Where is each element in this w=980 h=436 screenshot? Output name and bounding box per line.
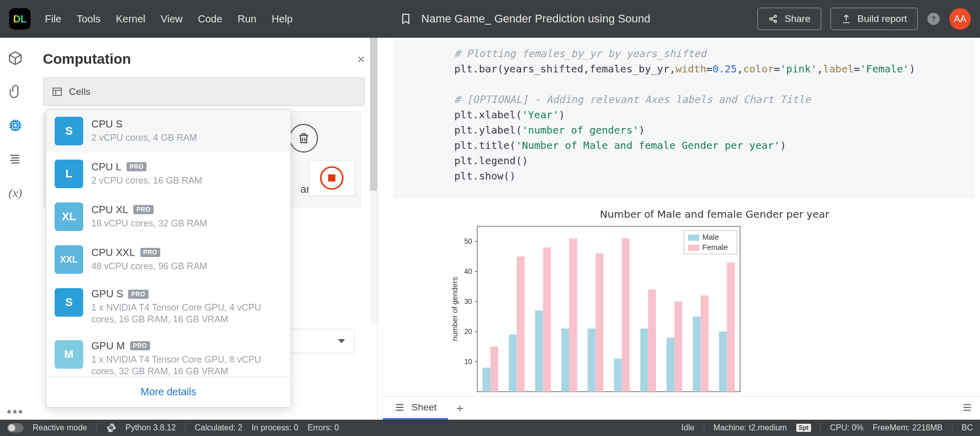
- svg-rect-43: [688, 245, 699, 251]
- machine-tile: M: [55, 340, 83, 369]
- menu-code[interactable]: Code: [198, 13, 223, 25]
- svg-rect-24: [587, 328, 595, 392]
- chart-title: Number of Male and female Gender per yea…: [449, 208, 980, 220]
- reactive-label: Reactive mode: [33, 423, 87, 432]
- machine-desc: 16 vCPU cores, 32 GB RAM: [91, 218, 207, 229]
- svg-rect-6: [13, 123, 17, 127]
- status-idle: Idle: [681, 423, 695, 432]
- status-errors: Errors: 0: [307, 423, 338, 432]
- svg-point-2: [774, 20, 776, 22]
- status-machine[interactable]: Machine: t2.medium: [714, 423, 787, 432]
- cube-icon[interactable]: [7, 50, 23, 66]
- compute-icon[interactable]: [7, 117, 23, 134]
- svg-text:10: 10: [464, 357, 472, 366]
- svg-rect-22: [535, 311, 543, 392]
- code-cell[interactable]: # Plotting females_by_yr by years_shifte…: [393, 38, 975, 198]
- menu-help[interactable]: Help: [272, 13, 292, 25]
- status-spt: Spt: [796, 424, 811, 432]
- menu-tools[interactable]: Tools: [77, 13, 101, 25]
- sheet-tabs: Sheet +: [383, 396, 980, 420]
- add-tab-button[interactable]: +: [448, 397, 472, 420]
- svg-rect-36: [648, 290, 656, 392]
- cells-header[interactable]: Cells: [43, 78, 365, 106]
- machine-tile: XL: [55, 202, 83, 231]
- svg-rect-41: [688, 235, 699, 241]
- svg-rect-33: [569, 239, 577, 392]
- more-details-link[interactable]: More details: [46, 376, 290, 407]
- share-icon: [768, 14, 778, 24]
- svg-rect-31: [517, 257, 524, 392]
- svg-text:Female: Female: [702, 243, 728, 251]
- menu-run[interactable]: Run: [238, 13, 257, 25]
- variables-icon[interactable]: (x): [7, 185, 23, 201]
- help-icon[interactable]: ?: [927, 12, 940, 25]
- status-cpu: CPU: 0%: [830, 423, 864, 432]
- share-button[interactable]: Share: [757, 8, 821, 30]
- svg-text:40: 40: [464, 267, 472, 275]
- python-version[interactable]: Python 3.8.12: [126, 423, 176, 432]
- svg-rect-25: [614, 358, 622, 392]
- build-label: Build report: [857, 13, 907, 24]
- stop-card[interactable]: [309, 160, 355, 196]
- machine-option[interactable]: SGPU S PRO1 x NVIDIA T4 Tensor Core GPU,…: [46, 281, 290, 333]
- machine-option[interactable]: SCPU S2 vCPU cores, 4 GB RAM: [46, 110, 290, 152]
- status-mem: FreeMem: 2218MB: [873, 423, 943, 432]
- svg-rect-23: [561, 328, 569, 392]
- chart-svg: 1020304050number of gendersMaleFemale: [449, 223, 745, 397]
- trash-button[interactable]: [289, 124, 318, 152]
- svg-rect-5: [12, 122, 19, 130]
- machine-tile: XXL: [55, 245, 83, 274]
- chevron-down-icon: [338, 339, 345, 343]
- cells-icon: [52, 86, 63, 97]
- machine-tile: S: [55, 288, 83, 317]
- cells-label: Cells: [69, 86, 90, 97]
- title-area: Name Game_ Gender Prediction using Sound: [292, 12, 757, 25]
- bookmark-icon[interactable]: [400, 13, 412, 25]
- left-rail: (x) •••: [0, 38, 31, 420]
- menu-file[interactable]: File: [45, 13, 61, 25]
- svg-rect-7: [53, 88, 62, 96]
- machine-option[interactable]: XLCPU XL PRO16 vCPU cores, 32 GB RAM: [46, 195, 290, 238]
- svg-rect-35: [622, 239, 629, 392]
- svg-rect-39: [727, 263, 734, 392]
- machine-option[interactable]: LCPU L PRO2 vCPU cores, 16 GB RAM: [46, 152, 290, 195]
- more-rail-icon[interactable]: •••: [7, 404, 23, 420]
- machine-option[interactable]: XXLCPU XXL PRO48 vCPU cores, 96 GB RAM: [46, 238, 290, 281]
- user-avatar[interactable]: AA: [949, 8, 971, 30]
- toc-icon[interactable]: [7, 151, 23, 167]
- svg-point-0: [770, 18, 772, 20]
- svg-rect-34: [596, 253, 603, 392]
- top-actions: Share Build report ? AA: [757, 8, 971, 30]
- status-bar: Reactive mode Python 3.8.12 Calculated: …: [0, 420, 980, 436]
- tabs-menu-icon[interactable]: [962, 402, 973, 415]
- panel-close-icon[interactable]: ×: [357, 52, 365, 67]
- svg-rect-38: [701, 295, 708, 392]
- machine-desc: 48 vCPU cores, 96 GB RAM: [91, 261, 207, 272]
- tab-sheet-label: Sheet: [411, 402, 437, 413]
- menu-kernel[interactable]: Kernel: [116, 13, 145, 25]
- tab-sheet[interactable]: Sheet: [383, 397, 448, 420]
- svg-text:?: ?: [931, 14, 936, 23]
- machine-desc: 1 x NVIDIA T4 Tensor Core GPU, 8 vCPU co…: [91, 354, 275, 376]
- svg-text:number of genders: number of genders: [450, 277, 459, 341]
- reactive-toggle[interactable]: [7, 423, 23, 432]
- machine-dropdown: SCPU S2 vCPU cores, 4 GB RAMLCPU L PRO2 …: [46, 109, 291, 407]
- build-report-button[interactable]: Build report: [830, 8, 918, 30]
- panel-title: Computation: [43, 51, 131, 67]
- status-calculated: Calculated: 2: [194, 423, 242, 432]
- menu-view[interactable]: View: [161, 13, 183, 25]
- machine-option[interactable]: MGPU M PRO1 x NVIDIA T4 Tensor Core GPU,…: [46, 333, 290, 376]
- machine-name: CPU XXL PRO: [91, 247, 207, 259]
- svg-rect-20: [482, 368, 490, 392]
- machine-name: GPU M PRO: [91, 340, 275, 352]
- panel-scrollbar[interactable]: [370, 38, 377, 323]
- svg-rect-30: [491, 347, 498, 392]
- computation-panel: Computation × Cells ar outputs SCPU S2 v…: [31, 38, 378, 420]
- svg-rect-27: [667, 338, 674, 392]
- svg-rect-37: [674, 301, 682, 392]
- svg-rect-29: [719, 331, 727, 392]
- top-bar: DL File Tools Kernel View Code Run Help …: [0, 0, 980, 38]
- list-icon: [394, 402, 405, 413]
- machine-name: CPU XL PRO: [91, 204, 207, 216]
- attachment-icon[interactable]: [7, 84, 23, 100]
